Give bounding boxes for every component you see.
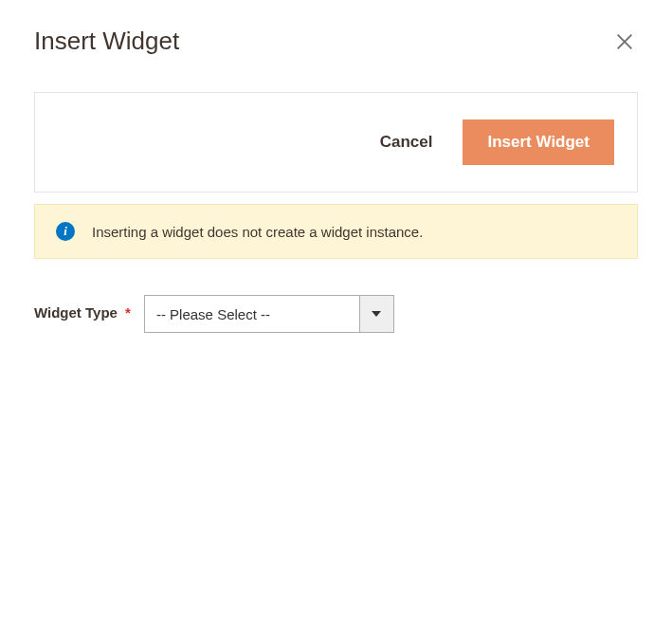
cancel-button[interactable]: Cancel xyxy=(367,123,446,161)
chevron-down-icon xyxy=(372,311,381,317)
modal-title: Insert Widget xyxy=(34,27,179,56)
widget-type-selected-value: -- Please Select -- xyxy=(145,296,359,332)
widget-type-select[interactable]: -- Please Select -- xyxy=(144,295,394,333)
close-icon xyxy=(614,31,635,52)
widget-type-label: Widget Type * xyxy=(34,295,131,321)
modal-header: Insert Widget xyxy=(0,0,672,75)
info-message-text: Inserting a widget does not create a wid… xyxy=(92,224,423,240)
insert-widget-modal: Insert Widget Cancel Insert Widget i Ins… xyxy=(0,0,672,333)
info-icon: i xyxy=(56,222,75,241)
action-toolbar: Cancel Insert Widget xyxy=(34,92,638,193)
insert-widget-button[interactable]: Insert Widget xyxy=(463,119,614,165)
widget-type-row: Widget Type * -- Please Select -- -- Ple… xyxy=(34,295,638,333)
close-button[interactable] xyxy=(611,28,638,55)
widget-type-label-text: Widget Type xyxy=(34,304,118,321)
info-message-bar: i Inserting a widget does not create a w… xyxy=(34,204,638,259)
widget-type-select-wrapper: -- Please Select -- -- Please Select --C… xyxy=(144,295,394,333)
select-arrow-button[interactable] xyxy=(359,296,393,332)
required-indicator: * xyxy=(125,304,131,321)
